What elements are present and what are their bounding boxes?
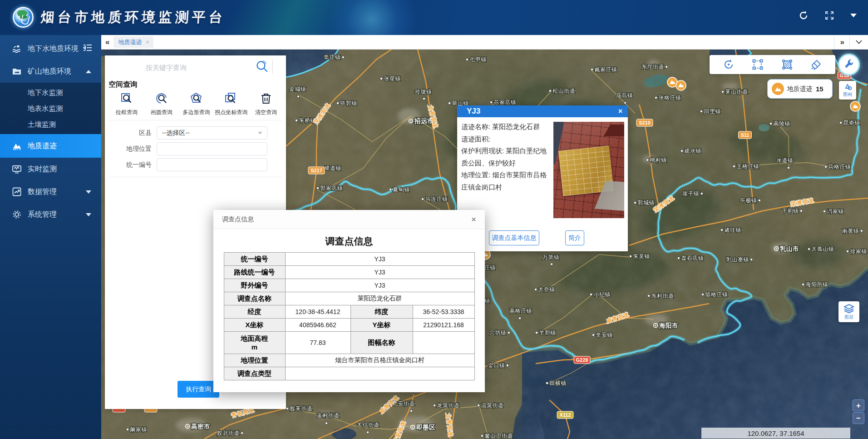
svg-text:海阳所镇: 海阳所镇: [806, 281, 829, 288]
map-town-label: 王格庄镇: [733, 163, 760, 170]
svg-text:东厅街道: 东厅街道: [641, 64, 664, 70]
map-town-label: 郭家店镇: [317, 185, 343, 191]
map-tools-toggle-button[interactable]: [838, 54, 860, 75]
popup-title: YJ3: [467, 107, 480, 116]
location-input[interactable]: [157, 143, 267, 155]
map-town-label: 盘石店镇: [678, 255, 704, 261]
svg-text:郭家店镇: 郭家店镇: [320, 185, 343, 191]
map-town-label: 温泉街道: [478, 402, 504, 409]
svg-text:七甲镇: 七甲镇: [470, 56, 487, 63]
svg-text:水道镇: 水道镇: [776, 157, 794, 164]
sidebar-item-groundwater-env[interactable]: 地下水地质环境: [0, 37, 101, 60]
layers-button[interactable]: 图层: [838, 301, 859, 322]
svg-text:穴坊镇: 穴坊镇: [489, 329, 507, 336]
svg-text:大夼镇: 大夼镇: [538, 286, 556, 293]
sidebar-item-system-mgmt[interactable]: 系统管理: [0, 203, 101, 226]
map-town-label: 大孤山镇: [808, 246, 834, 252]
svg-text:王格庄镇: 王格庄镇: [737, 163, 760, 170]
geoheritage-map-marker[interactable]: [850, 101, 860, 111]
chevron-up-icon: [86, 70, 91, 73]
route-badge: G228: [574, 356, 590, 364]
svg-text:高密市: 高密市: [191, 423, 210, 430]
map-town-label: 臧家庄镇: [591, 66, 617, 73]
tool-circle-query[interactable]: 画圆查询: [144, 92, 179, 116]
svg-text:小纪镇: 小纪镇: [594, 291, 611, 298]
svg-text:莒格庄镇: 莒格庄镇: [829, 164, 851, 170]
app-logo-icon: [13, 7, 34, 28]
sidebar-item-data-mgmt[interactable]: 数据管理: [0, 180, 101, 203]
clear-brush-icon[interactable]: [810, 59, 822, 70]
survey-basic-info-button[interactable]: 调查点基本信息: [489, 230, 539, 245]
sidebar-item-realtime-monitor[interactable]: 实时监测: [0, 158, 101, 180]
code-input[interactable]: [157, 159, 267, 171]
mine-folder-icon: [12, 66, 22, 76]
tabs-scroll-right[interactable]: »: [834, 35, 849, 49]
survey-info-table: 统一编号YJ3 路线统一编号YJ3 野外编号YJ3 调查点名称莱阳恐龙化石群 经…: [224, 252, 475, 380]
map-town-label: 莒格庄镇: [825, 164, 851, 170]
monitor-icon: [12, 164, 22, 174]
tool-vertex-coord-query[interactable]: 拐点坐标查询: [214, 92, 248, 116]
legend-button[interactable]: 图例: [839, 81, 856, 100]
map-town-label: 苏家店镇: [490, 99, 517, 105]
sidebar-item-groundwater-monitor[interactable]: 地下水监测: [0, 85, 101, 100]
svg-text:徐家镇: 徐家镇: [850, 248, 868, 254]
tab-geoheritage[interactable]: 地质遗迹 ×: [113, 36, 153, 48]
tool-polygon-query[interactable]: 多边形查询: [179, 92, 214, 116]
route-badge: S210: [636, 119, 653, 126]
search-icon[interactable]: [255, 60, 269, 75]
user-menu-caret-icon[interactable]: [850, 13, 857, 18]
geoheritage-count-badge[interactable]: 地质遗迹 15: [767, 79, 833, 99]
refresh-icon[interactable]: [798, 10, 809, 21]
tabs-scroll-left[interactable]: «: [101, 38, 113, 47]
dialog-close-icon[interactable]: ×: [471, 215, 476, 224]
dialog-title: 调查点信息: [222, 215, 254, 224]
map-town-label: 张格庄镇: [655, 95, 681, 101]
svg-text:回里镇: 回里镇: [704, 108, 721, 115]
district-label: 区县: [105, 129, 157, 137]
sidebar-item-soil-monitor[interactable]: 土壤监测: [0, 116, 101, 132]
svg-text:乳山市: 乳山市: [779, 245, 799, 252]
geoheritage-marker-icon: [772, 83, 784, 95]
svg-text:辛庄镇: 辛庄镇: [324, 54, 341, 60]
tabs-collapse[interactable]: [849, 35, 868, 49]
sidebar-item-surfacewater-monitor[interactable]: 地表水监测: [0, 100, 101, 116]
geoheritage-map-marker[interactable]: [676, 80, 686, 90]
site-photo[interactable]: [553, 122, 624, 218]
reset-view-icon[interactable]: [723, 59, 735, 70]
tool-clear-query[interactable]: 清空查询: [249, 92, 283, 116]
keyword-search-input[interactable]: [105, 60, 255, 75]
zoom-out-button[interactable]: −: [853, 412, 864, 424]
svg-text:张星镇: 张星镇: [384, 75, 401, 82]
map-town-label: 龙泉街道: [434, 402, 460, 409]
tab-bar: « 地质遗迹 × »: [101, 35, 868, 50]
rect-select-icon[interactable]: [752, 59, 764, 70]
water-icon: [12, 44, 22, 54]
chevron-down-icon: [86, 190, 91, 194]
intro-button[interactable]: 简介: [565, 230, 584, 245]
svg-text:马连庄镇: 马连庄镇: [425, 196, 448, 202]
svg-text:驿道镇: 驿道镇: [325, 165, 342, 171]
svg-text:大孤山镇: 大孤山镇: [812, 246, 834, 252]
district-select[interactable]: --选择区--: [157, 126, 267, 140]
svg-text:乳山寨镇: 乳山寨镇: [726, 256, 749, 263]
sidebar-item-mine-env[interactable]: 矿山地质环境: [0, 60, 101, 83]
map-town-label: 海阳所镇: [802, 281, 829, 288]
svg-text:海阳市: 海阳市: [659, 322, 678, 329]
polygon-draw-icon[interactable]: [781, 59, 793, 70]
fullscreen-icon[interactable]: [824, 10, 834, 20]
sidebar-submenu: 地下水监测 地表水监测 土壤监测: [0, 83, 101, 134]
tool-rect-query[interactable]: 拉框查询: [109, 92, 144, 116]
svg-text:胶莱街道: 胶莱街道: [290, 405, 313, 412]
svg-text:诸往镇: 诸往镇: [725, 227, 742, 233]
app-title: 烟台市地质环境监测平台: [40, 8, 227, 27]
svg-text:松山街道: 松山街道: [553, 88, 576, 94]
dialog-heading: 调查点信息: [213, 235, 485, 248]
collapse-sidebar-icon[interactable]: [83, 44, 92, 53]
svg-text:盘石店镇: 盘石店镇: [681, 255, 704, 261]
map-town-label: 胶北街道: [217, 430, 243, 436]
map-town-label: 留格庄镇: [702, 291, 728, 298]
popup-close-icon[interactable]: ×: [618, 107, 622, 115]
sidebar-item-geoheritage[interactable]: 地质遗迹: [0, 134, 101, 158]
zoom-in-button[interactable]: +: [853, 399, 864, 411]
tab-close-icon[interactable]: ×: [146, 39, 149, 45]
